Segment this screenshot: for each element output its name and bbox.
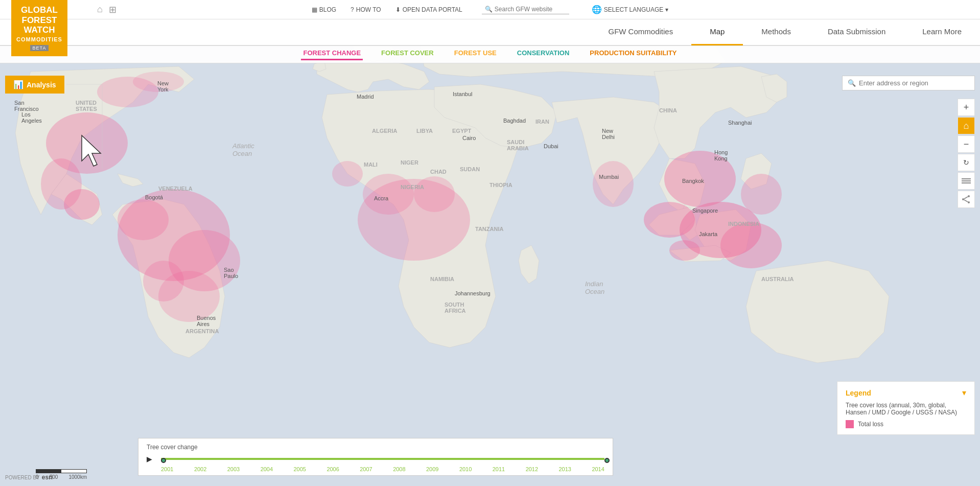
- home-icon[interactable]: ⌂: [97, 4, 103, 15]
- map-area[interactable]: AtlanticOcean IndianOcean: [0, 0, 980, 486]
- tab-conservation[interactable]: CONSERVATION: [515, 49, 572, 60]
- svg-point-27: [968, 195, 970, 197]
- year-2009: 2009: [426, 466, 438, 472]
- analysis-icon: 📊: [13, 80, 24, 89]
- zoom-out-button[interactable]: −: [958, 135, 975, 153]
- svg-point-4: [133, 72, 184, 92]
- top-bar: ⌂ ⊞ ▦ BLOG ? HOW TO ⬇ OPEN DATA PORTAL 🔍…: [0, 0, 980, 19]
- legend-chevron-icon[interactable]: ▾: [962, 388, 966, 398]
- scale-1000: 1000km: [68, 474, 87, 480]
- svg-point-13: [414, 176, 455, 212]
- svg-point-14: [332, 161, 363, 187]
- scale-500: 500: [50, 474, 58, 480]
- legend-swatch: [846, 420, 854, 428]
- logo-watch: WATCH: [24, 25, 55, 35]
- legend-item: Total loss: [846, 420, 966, 428]
- svg-line-31: [964, 200, 968, 202]
- year-2007: 2007: [360, 466, 372, 472]
- tab-forest-cover[interactable]: FOREST COVER: [379, 49, 436, 60]
- nav-methods[interactable]: Methods: [743, 19, 809, 45]
- timeline-label: Tree cover change: [147, 444, 604, 451]
- year-2002: 2002: [194, 466, 206, 472]
- legend-description: Tree cover loss (annual, 30m, global, Ha…: [846, 402, 966, 416]
- legend-item-label: Total loss: [858, 421, 883, 428]
- slider-track: [161, 458, 604, 460]
- esri-label: POWERED BY: [5, 475, 40, 480]
- svg-point-10: [143, 261, 184, 302]
- logo-commodities: COMMODITIES: [16, 36, 62, 43]
- legend-header: Legend ▾: [846, 388, 966, 398]
- map-tabs: FOREST CHANGE FOREST COVER FOREST USE CO…: [0, 46, 980, 63]
- globe-icon: 🌐: [592, 5, 602, 14]
- nav-data-submission[interactable]: Data Submission: [809, 19, 904, 45]
- svg-rect-25: [962, 180, 971, 181]
- legend-panel: Legend ▾ Tree cover loss (annual, 30m, g…: [837, 381, 975, 435]
- zoom-in-button[interactable]: +: [958, 99, 975, 116]
- svg-rect-26: [962, 182, 971, 183]
- blog-link[interactable]: ▦ BLOG: [312, 6, 336, 13]
- language-select[interactable]: 🌐 SELECT LANGUAGE ▾: [592, 5, 668, 14]
- download-icon: ⬇: [395, 6, 401, 13]
- slider-start-handle[interactable]: [161, 458, 166, 463]
- home-button[interactable]: ⌂: [958, 117, 975, 134]
- tab-forest-change[interactable]: FOREST CHANGE: [301, 49, 363, 60]
- refresh-button[interactable]: ↻: [958, 154, 975, 171]
- howto-link[interactable]: ? HOW TO: [351, 6, 381, 13]
- year-2004: 2004: [261, 466, 273, 472]
- legend-title: Legend: [846, 389, 871, 397]
- logo-global: GLOBAL: [21, 5, 58, 15]
- search-input[interactable]: [495, 6, 566, 13]
- year-2010: 2010: [459, 466, 472, 472]
- svg-point-7: [118, 199, 169, 240]
- svg-point-5: [64, 189, 100, 220]
- address-search-icon: 🔍: [848, 79, 856, 87]
- svg-point-28: [962, 198, 964, 200]
- main-nav: GFW Commodities Map Methods Data Submiss…: [0, 19, 980, 46]
- timeline-track: ▶: [147, 454, 604, 464]
- share-button[interactable]: [958, 191, 975, 208]
- address-input[interactable]: [859, 79, 969, 87]
- year-2006: 2006: [326, 466, 339, 472]
- play-button[interactable]: ▶: [147, 455, 157, 463]
- search-icon: 🔍: [485, 6, 493, 13]
- svg-point-18: [720, 222, 782, 268]
- svg-point-12: [363, 174, 414, 215]
- nav-gfw-commodities[interactable]: GFW Commodities: [590, 19, 691, 45]
- year-2014: 2014: [592, 466, 604, 472]
- top-bar-links: ▦ BLOG ? HOW TO ⬇ OPEN DATA PORTAL 🔍 🌐 S…: [312, 5, 669, 14]
- slider-end-handle[interactable]: [604, 458, 610, 463]
- opendata-link[interactable]: ⬇ OPEN DATA PORTAL: [395, 6, 462, 13]
- svg-line-30: [964, 197, 968, 199]
- layers-button[interactable]: [958, 172, 975, 190]
- nav-learn-more[interactable]: Learn More: [904, 19, 980, 45]
- svg-rect-24: [962, 178, 971, 179]
- year-2001: 2001: [161, 466, 173, 472]
- year-2013: 2013: [559, 466, 571, 472]
- svg-point-20: [741, 174, 782, 215]
- svg-point-17: [644, 202, 695, 238]
- tab-forest-use[interactable]: FOREST USE: [452, 49, 499, 60]
- help-icon: ?: [351, 6, 354, 13]
- year-2012: 2012: [526, 466, 538, 472]
- scale-bar: 0 500 1000km: [36, 469, 87, 480]
- year-2005: 2005: [294, 466, 306, 472]
- tab-production-suitability[interactable]: PRODUCTION SUITABILITY: [588, 49, 679, 60]
- top-bar-icons: ⌂ ⊞: [97, 4, 116, 15]
- grid-icon[interactable]: ⊞: [109, 4, 116, 15]
- svg-point-29: [968, 201, 970, 203]
- year-2003: 2003: [227, 466, 240, 472]
- timeline: Tree cover change ▶ 2001 2002 2003 2004 …: [138, 438, 613, 476]
- scale-0: 0: [36, 474, 39, 480]
- year-2008: 2008: [393, 466, 405, 472]
- search-box[interactable]: 🔍: [482, 5, 569, 14]
- address-search[interactable]: 🔍: [842, 76, 975, 90]
- analysis-button[interactable]: 📊 Analysis: [5, 76, 64, 94]
- chevron-down-icon: ▾: [665, 6, 668, 13]
- blog-icon: ▦: [312, 6, 317, 13]
- logo[interactable]: GLOBAL FOREST WATCH COMMODITIES BETA: [11, 0, 67, 56]
- logo-forest: FOREST: [22, 15, 57, 26]
- map-controls: + ⌂ − ↻: [958, 99, 975, 208]
- slider-container[interactable]: [161, 454, 604, 464]
- logo-beta: BETA: [30, 45, 49, 51]
- nav-map[interactable]: Map: [691, 19, 743, 45]
